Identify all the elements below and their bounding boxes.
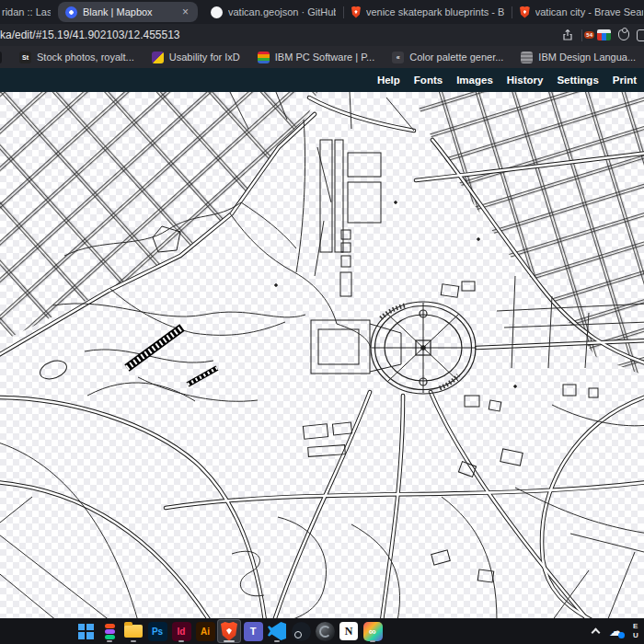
separator	[581, 29, 582, 41]
taskbar-cinema4d[interactable]	[313, 619, 337, 643]
running-indicator	[370, 640, 375, 642]
photoshop-icon: Ps	[148, 622, 167, 641]
color-palette-icon: «	[392, 52, 404, 63]
illustrator-icon: Ai	[196, 622, 215, 641]
taskbar-notion[interactable]: N	[337, 619, 361, 643]
bookmark-label: Stock photos, royalt...	[37, 52, 134, 63]
tab-label: vatican city - Brave Search	[535, 6, 643, 17]
map-canvas[interactable]	[0, 92, 644, 618]
usability-ixd-icon	[152, 52, 164, 63]
brave-icon	[520, 6, 530, 18]
grid-northwest	[0, 92, 317, 342]
tab-label: venice skatepark blueprints - Brave S	[366, 6, 504, 17]
bookmarks-bar: St Stock photos, royalt... Usability for…	[0, 46, 644, 68]
taskbar-photoshop[interactable]: Ps	[145, 619, 169, 643]
running-indicator	[131, 640, 136, 642]
railway	[127, 328, 217, 385]
steam-icon	[292, 622, 311, 641]
close-icon[interactable]: ×	[180, 6, 190, 18]
tab-github[interactable]: vatican.geojson · GitHub	[203, 2, 343, 22]
nav-help[interactable]: Help	[377, 75, 400, 86]
taskbar-brave-active[interactable]	[217, 619, 241, 643]
tab-brave-search-2[interactable]: vatican city - Brave Search	[512, 2, 644, 22]
bookmark-label: IBM PC Software | P...	[275, 52, 374, 63]
clipped-bookmark-icon	[0, 52, 2, 63]
share-icon[interactable]	[561, 29, 574, 41]
taskbar-steam[interactable]	[289, 619, 313, 643]
running-indicator	[274, 640, 280, 642]
running-indicator	[107, 640, 112, 642]
running-indicator	[178, 640, 184, 642]
address-bar-actions: 54	[561, 29, 640, 41]
taskbar-creative-cloud[interactable]: ∞	[361, 619, 385, 643]
nav-fonts[interactable]: Fonts	[414, 75, 443, 86]
bookmark-usability-ixd[interactable]: Usability for IxD	[152, 52, 240, 63]
language-line-1: E	[633, 622, 638, 630]
github-icon	[211, 6, 223, 18]
bookmark-color-palette[interactable]: « Color palette gener...	[392, 52, 503, 63]
taskbar-illustrator[interactable]: Ai	[193, 619, 217, 643]
bookmark-label: Usability for IxD	[169, 52, 240, 63]
brave-icon	[221, 622, 237, 641]
onedrive-cloud-icon[interactable]: ☁	[609, 625, 623, 638]
bookmark-label: IBM Design Langua...	[538, 52, 636, 63]
vscode-icon	[268, 622, 286, 640]
tab-mapbox-active[interactable]: Blank | Mapbox ×	[58, 2, 198, 22]
language-indicator[interactable]: E U	[633, 622, 642, 639]
teams-icon: T	[244, 622, 263, 641]
taskbar-indesign[interactable]: Id	[169, 619, 193, 643]
taskbar-vscode[interactable]	[265, 619, 289, 643]
ibm-pc-icon	[258, 52, 270, 63]
shield-badge: 54	[584, 31, 594, 39]
stock-photos-icon: St	[19, 52, 31, 63]
indesign-icon: Id	[172, 622, 191, 641]
bookmark-ibm-pc[interactable]: IBM PC Software | P...	[258, 52, 374, 63]
creative-cloud-icon: ∞	[363, 622, 383, 641]
street-map-drawing	[0, 92, 644, 618]
ibm-design-icon	[521, 52, 533, 63]
extensions-icon[interactable]	[618, 29, 629, 40]
screen: ridan :: Laser Fi Blank | Mapbox × vatic…	[0, 0, 644, 644]
grid-northeast	[412, 92, 644, 375]
mapbox-icon	[65, 6, 77, 18]
bookmark-label: Color palette gener...	[409, 52, 503, 63]
mapbox-page-nav: Help Fonts Images History Settings Print	[0, 68, 644, 92]
windows-start-icon	[78, 624, 94, 639]
nav-images[interactable]: Images	[456, 75, 493, 86]
system-tray: ☁ E U	[592, 618, 644, 644]
browser-tab-bar: ridan :: Laser Fi Blank | Mapbox × vatic…	[0, 0, 644, 24]
tab-label: Blank | Mapbox	[83, 6, 175, 17]
tab-label: ridan :: Laser Fi	[2, 6, 51, 17]
taskbar-teams[interactable]: T	[241, 619, 265, 643]
taskbar-apps: Ps Id Ai T	[74, 619, 385, 643]
brave-icon	[351, 6, 361, 18]
taskbar-file-explorer[interactable]	[121, 619, 145, 643]
bookmark-ibm-design[interactable]: IBM Design Langua...	[521, 52, 636, 63]
running-indicator	[224, 640, 235, 642]
tab-laser[interactable]: ridan :: Laser Fi	[0, 2, 52, 22]
windows-taskbar: Ps Id Ai T	[0, 618, 644, 644]
st-peters-square	[371, 302, 476, 394]
nav-print[interactable]: Print	[613, 75, 637, 86]
color-extension-icon[interactable]	[597, 29, 611, 40]
nav-history[interactable]: History	[507, 75, 544, 86]
clipped-extension-icon[interactable]	[637, 29, 644, 41]
url-text[interactable]: ka/edit/#15.19/41.902103/12.455513	[0, 29, 180, 41]
file-explorer-icon	[124, 625, 143, 638]
tab-brave-search-1[interactable]: venice skatepark blueprints - Brave S	[344, 2, 512, 22]
notion-icon: N	[339, 622, 358, 640]
start-button[interactable]	[74, 619, 98, 643]
figma-icon	[105, 624, 115, 639]
cinema4d-icon	[316, 622, 335, 641]
address-bar: ka/edit/#15.19/41.902103/12.455513 54	[0, 24, 644, 46]
language-line-2: U	[633, 631, 638, 639]
tray-chevron-up-icon[interactable]	[592, 628, 601, 638]
nav-settings[interactable]: Settings	[557, 75, 598, 86]
bookmark-stock-photos[interactable]: St Stock photos, royalt...	[19, 52, 134, 63]
taskbar-figma[interactable]	[98, 619, 121, 643]
tab-label: vatican.geojson · GitHub	[228, 6, 336, 17]
